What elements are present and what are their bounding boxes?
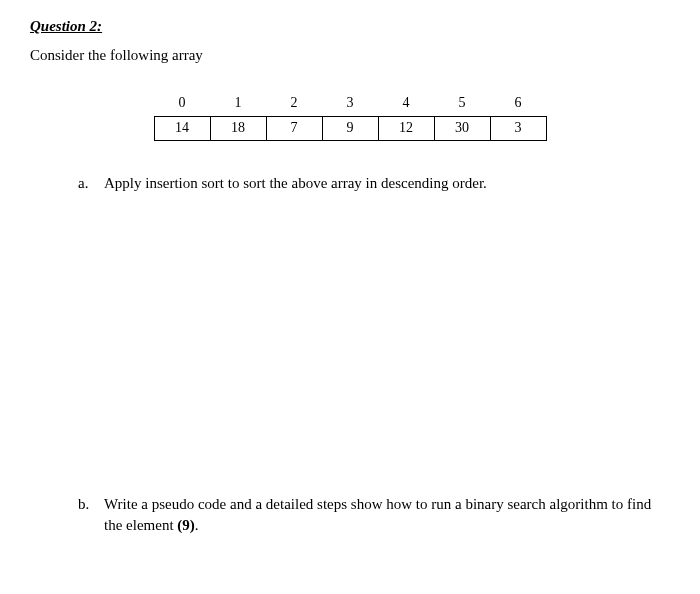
question-item-a: a. Apply insertion sort to sort the abov…: [78, 173, 670, 194]
index-cell: 3: [322, 92, 378, 116]
item-bold: (9): [177, 517, 195, 533]
index-row: 0 1 2 3 4 5 6: [154, 92, 546, 116]
index-cell: 6: [490, 92, 546, 116]
index-cell: 4: [378, 92, 434, 116]
index-cell: 2: [266, 92, 322, 116]
value-row: 14 18 7 9 12 30 3: [154, 116, 546, 140]
array-table: 0 1 2 3 4 5 6 14 18 7 9 12 30 3: [154, 92, 547, 141]
index-cell: 0: [154, 92, 210, 116]
question-item-b: b. Write a pseudo code and a detailed st…: [78, 494, 670, 536]
item-text: Write a pseudo code and a detailed steps…: [104, 494, 670, 536]
value-cell: 7: [266, 116, 322, 140]
value-cell: 9: [322, 116, 378, 140]
index-cell: 1: [210, 92, 266, 116]
item-marker: a.: [78, 173, 104, 194]
value-cell: 3: [490, 116, 546, 140]
value-cell: 14: [154, 116, 210, 140]
value-cell: 30: [434, 116, 490, 140]
item-text: Apply insertion sort to sort the above a…: [104, 173, 670, 194]
question-list: a. Apply insertion sort to sort the abov…: [30, 173, 670, 536]
item-marker: b.: [78, 494, 104, 536]
question-title: Question 2:: [30, 18, 670, 35]
value-cell: 18: [210, 116, 266, 140]
array-table-container: 0 1 2 3 4 5 6 14 18 7 9 12 30 3: [30, 92, 670, 141]
value-cell: 12: [378, 116, 434, 140]
index-cell: 5: [434, 92, 490, 116]
intro-text: Consider the following array: [30, 47, 670, 64]
item-text-part2: .: [195, 517, 199, 533]
